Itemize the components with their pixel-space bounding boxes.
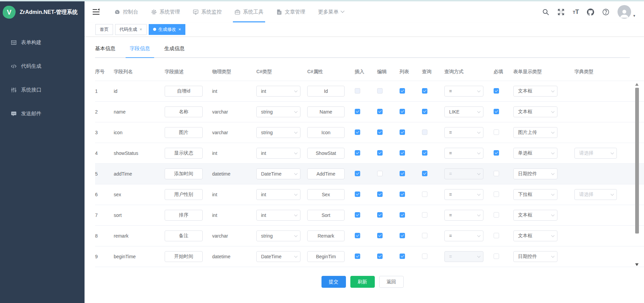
github-icon[interactable]	[587, 8, 594, 16]
display-type-select[interactable]: 日期控件	[513, 168, 557, 179]
nav-item-更多菜单[interactable]: 更多菜单	[312, 1, 350, 22]
display-type-select[interactable]: 文本框	[513, 86, 557, 97]
csharp-prop-input[interactable]	[307, 127, 345, 138]
close-icon[interactable]: ×	[179, 27, 181, 32]
required-checkbox[interactable]	[494, 233, 499, 238]
user-menu[interactable]: ▾	[618, 5, 635, 19]
query-type-select[interactable]: =	[444, 189, 483, 200]
query-checkbox[interactable]	[422, 212, 427, 218]
edit-checkbox[interactable]	[377, 233, 383, 238]
tag-生成修改[interactable]: 生成修改×	[149, 24, 186, 35]
dict-type-select[interactable]: 请选择	[574, 189, 617, 200]
display-type-select[interactable]: 下拉框	[513, 189, 557, 200]
required-checkbox[interactable]	[494, 254, 499, 259]
query-type-select[interactable]: =	[444, 148, 483, 159]
close-icon[interactable]: ×	[140, 27, 142, 32]
nav-item-系统监控[interactable]: 系统监控	[186, 1, 228, 22]
list-checkbox[interactable]	[400, 191, 405, 197]
list-checkbox[interactable]	[400, 150, 405, 156]
query-checkbox[interactable]	[422, 171, 427, 176]
csharp-prop-input[interactable]	[307, 86, 345, 97]
search-icon[interactable]	[542, 8, 549, 16]
required-checkbox[interactable]	[494, 129, 499, 135]
logo-row[interactable]: V ZrAdmin.NET-管理系统	[0, 0, 85, 22]
query-type-select[interactable]: LIKE	[444, 106, 483, 117]
dict-type-select[interactable]: 请选择	[574, 148, 617, 159]
required-checkbox[interactable]	[494, 109, 499, 114]
edit-checkbox[interactable]	[377, 212, 383, 218]
display-type-select[interactable]: 单选框	[513, 148, 557, 159]
nav-item-文章管理[interactable]: 文章管理	[270, 1, 312, 22]
column-desc-input[interactable]	[165, 189, 203, 200]
insert-checkbox[interactable]	[355, 171, 360, 176]
edit-checkbox[interactable]	[377, 171, 383, 176]
display-type-select[interactable]: 文本框	[513, 210, 557, 221]
tab-生成信息[interactable]: 生成信息	[164, 45, 185, 57]
question-icon[interactable]	[602, 8, 609, 16]
csharp-prop-input[interactable]	[307, 210, 345, 221]
scroll-down-icon[interactable]	[635, 263, 639, 266]
nav-item-系统管理[interactable]: 系统管理	[145, 1, 186, 22]
tab-字段信息[interactable]: 字段信息	[130, 45, 150, 57]
required-checkbox[interactable]	[494, 212, 499, 218]
required-checkbox[interactable]	[494, 191, 499, 197]
csharp-type-select[interactable]: int	[256, 210, 300, 221]
edit-checkbox[interactable]	[377, 254, 383, 259]
column-desc-input[interactable]	[165, 251, 203, 262]
insert-checkbox[interactable]	[355, 254, 360, 259]
avatar[interactable]	[618, 5, 631, 19]
edit-checkbox[interactable]	[377, 129, 383, 135]
edit-checkbox[interactable]	[377, 109, 383, 114]
csharp-type-select[interactable]: DateTime	[256, 168, 300, 179]
csharp-prop-input[interactable]	[307, 106, 345, 117]
fontsize-icon[interactable]: TT	[573, 9, 579, 15]
insert-checkbox[interactable]	[355, 109, 360, 114]
display-type-select[interactable]: 文本框	[513, 106, 557, 117]
sidebar-item-系统接口[interactable]: 系统接口	[0, 78, 85, 102]
query-type-select[interactable]: =	[444, 230, 483, 241]
edit-checkbox[interactable]	[377, 150, 383, 156]
tag-首页[interactable]: 首页	[95, 24, 113, 35]
insert-checkbox[interactable]	[355, 212, 360, 218]
menu-fold-icon[interactable]	[92, 8, 100, 15]
display-type-select[interactable]: 图片上传	[513, 127, 557, 138]
nav-item-系统工具[interactable]: 系统工具	[228, 1, 270, 22]
query-checkbox[interactable]	[422, 150, 427, 156]
column-desc-input[interactable]	[165, 230, 203, 241]
query-checkbox[interactable]	[422, 233, 427, 238]
query-checkbox[interactable]	[422, 254, 427, 259]
list-checkbox[interactable]	[400, 109, 405, 114]
csharp-prop-input[interactable]	[307, 168, 345, 179]
fullscreen-icon[interactable]	[557, 8, 565, 16]
scrollbar-thumb[interactable]	[635, 88, 639, 234]
column-desc-input[interactable]	[165, 127, 203, 138]
required-checkbox[interactable]	[494, 88, 499, 94]
refresh-button[interactable]: 刷新	[350, 276, 375, 288]
nav-item-控制台[interactable]: 控制台	[108, 1, 145, 22]
csharp-type-select[interactable]: int	[256, 148, 300, 159]
insert-checkbox[interactable]	[355, 150, 360, 156]
insert-checkbox[interactable]	[355, 233, 360, 238]
csharp-prop-input[interactable]	[307, 189, 345, 200]
csharp-type-select[interactable]: int	[256, 189, 300, 200]
list-checkbox[interactable]	[400, 171, 405, 176]
insert-checkbox[interactable]	[355, 191, 360, 197]
column-desc-input[interactable]	[165, 168, 203, 179]
csharp-type-select[interactable]: string	[256, 230, 300, 241]
tab-基本信息[interactable]: 基本信息	[95, 45, 115, 57]
table-scrollbar[interactable]	[635, 82, 639, 267]
csharp-type-select[interactable]: string	[256, 127, 300, 138]
query-type-select[interactable]: =	[444, 210, 483, 221]
back-button[interactable]: 返回	[379, 276, 404, 288]
insert-checkbox[interactable]	[355, 129, 360, 135]
csharp-type-select[interactable]: int	[256, 86, 300, 97]
csharp-type-select[interactable]: DateTime	[256, 251, 300, 262]
csharp-prop-input[interactable]	[307, 251, 345, 262]
sidebar-item-发送邮件[interactable]: 发送邮件	[0, 102, 85, 125]
submit-button[interactable]: 提交	[321, 276, 346, 288]
csharp-prop-input[interactable]	[307, 230, 345, 241]
column-desc-input[interactable]	[165, 106, 203, 117]
column-desc-input[interactable]	[165, 210, 203, 221]
list-checkbox[interactable]	[400, 88, 405, 94]
query-checkbox[interactable]	[422, 191, 427, 197]
